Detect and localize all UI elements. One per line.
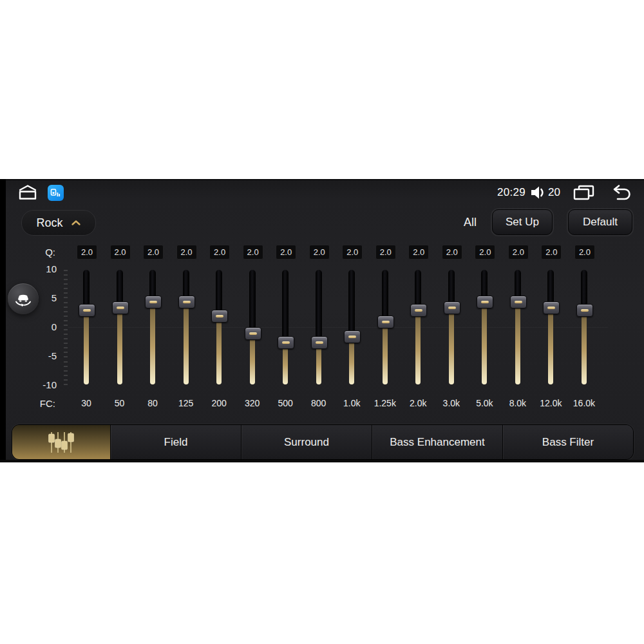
frequency-label: 80: [136, 398, 169, 408]
frequency-label: 12.0k: [534, 398, 567, 408]
slider-thumb[interactable]: [79, 304, 95, 317]
frequency-label: 125: [169, 398, 203, 408]
bottom-bezel: [0, 460, 644, 462]
home-icon[interactable]: [17, 184, 39, 201]
q-value[interactable]: 2.0: [413, 247, 424, 257]
q-value[interactable]: 2.0: [479, 247, 491, 257]
eq-band: 2.0 200: [202, 243, 236, 412]
slider-track-lower: [449, 307, 454, 385]
q-value[interactable]: 2.0: [545, 247, 557, 257]
eq-band: 2.0 125: [169, 243, 203, 412]
tab-bass-enhancement[interactable]: Bass Enhancement: [372, 425, 503, 459]
slider-thumb[interactable]: [211, 310, 228, 323]
slider-thumb[interactable]: [477, 296, 493, 308]
thumb-grip: [249, 332, 257, 335]
thumb-grip: [216, 315, 223, 317]
q-value[interactable]: 2.0: [380, 247, 392, 257]
eq-band: 2.0 16.0k: [567, 243, 601, 412]
q-value[interactable]: 2.0: [181, 247, 193, 257]
q-value[interactable]: 2.0: [446, 247, 458, 257]
slider-thumb[interactable]: [576, 304, 593, 317]
eq-band: 2.0 320: [236, 243, 269, 412]
car-surround-icon: [13, 289, 33, 309]
q-value[interactable]: 2.0: [513, 247, 524, 257]
thumb-grip: [83, 309, 91, 312]
q-value[interactable]: 2.0: [579, 247, 591, 257]
thumb-grip: [117, 307, 124, 309]
frequency-label: 1.25k: [368, 398, 402, 408]
frequency-label: 500: [269, 398, 302, 408]
equalizer-panel: Q: 10 5 0 -5 -10 FC: 2.0 30 2.0 50 2.0 8…: [0, 243, 644, 412]
slider-thumb[interactable]: [178, 296, 195, 308]
slider-thumb[interactable]: [311, 336, 328, 349]
sound-field-button[interactable]: [8, 283, 39, 314]
tab-equalizer[interactable]: [12, 425, 111, 459]
q-value[interactable]: 2.0: [81, 247, 93, 257]
slider-track-lower: [216, 316, 222, 384]
tab-bass-filter[interactable]: Bass Filter: [503, 425, 633, 459]
slider-track-lower: [482, 301, 487, 385]
slider-thumb[interactable]: [245, 327, 261, 340]
clock: 20:29: [497, 186, 526, 199]
frequency-label: 2.0k: [401, 398, 435, 408]
audio-app-icon[interactable]: [48, 185, 64, 201]
tab-surround[interactable]: Surround: [242, 425, 372, 459]
slider-thumb[interactable]: [112, 301, 129, 314]
recents-icon[interactable]: [572, 184, 595, 201]
slider-thumb[interactable]: [510, 296, 527, 308]
frequency-label: 800: [302, 398, 336, 408]
slider-track-lower: [150, 301, 155, 385]
q-value[interactable]: 2.0: [314, 247, 325, 257]
eq-band: 2.0 1.25k: [368, 243, 402, 412]
eq-band: 2.0 1.0k: [335, 243, 368, 412]
thumb-grip: [348, 336, 356, 338]
all-toggle[interactable]: All: [464, 216, 477, 229]
status-bar: 20:29 20: [0, 183, 644, 202]
thumb-grip: [183, 301, 191, 303]
eq-band: 2.0 800: [302, 243, 336, 412]
eq-band: 2.0 12.0k: [534, 243, 567, 412]
frequency-label: 50: [103, 398, 137, 408]
fc-row-label: FC:: [35, 398, 55, 409]
thumb-grip: [481, 301, 489, 303]
volume-icon: [530, 184, 545, 201]
slider-thumb[interactable]: [278, 336, 294, 349]
slider-track-lower: [250, 333, 255, 384]
slider-thumb[interactable]: [444, 301, 460, 314]
head-unit-screen: 20:29 20 Rock All Set Up: [0, 179, 644, 462]
slider-thumb[interactable]: [377, 316, 394, 328]
preset-dropdown[interactable]: Rock: [21, 210, 96, 236]
chevron-up-icon: [71, 220, 81, 226]
q-value[interactable]: 2.0: [346, 247, 358, 257]
default-button[interactable]: Default: [568, 209, 632, 235]
slider-track-lower: [548, 307, 553, 385]
slider-track-lower: [84, 310, 89, 384]
q-value[interactable]: 2.0: [147, 247, 159, 257]
q-value[interactable]: 2.0: [114, 247, 126, 257]
thumb-grip: [415, 309, 422, 312]
frequency-label: 5.0k: [468, 398, 501, 408]
slider-thumb[interactable]: [344, 330, 361, 343]
thumb-grip: [316, 341, 323, 344]
eq-band: 2.0 2.0k: [401, 243, 435, 412]
thumb-grip: [581, 309, 589, 312]
audio-app-glyph: [50, 187, 61, 198]
q-value[interactable]: 2.0: [247, 247, 259, 257]
slider-track-upper: [249, 270, 256, 333]
q-value[interactable]: 2.0: [214, 247, 225, 257]
frequency-label: 200: [202, 398, 236, 408]
slider-track-lower: [117, 307, 122, 385]
slider-thumb[interactable]: [543, 301, 560, 314]
q-value[interactable]: 2.0: [280, 247, 292, 257]
scale-tick-0: 0: [26, 321, 57, 333]
slider-thumb[interactable]: [410, 304, 427, 317]
slider-track-lower: [415, 310, 421, 384]
slider-thumb[interactable]: [145, 296, 162, 308]
frequency-label: 320: [236, 398, 269, 408]
slider-track-upper: [316, 270, 322, 342]
setup-button[interactable]: Set Up: [492, 209, 553, 235]
tab-field[interactable]: Field: [111, 425, 242, 459]
slider-track-upper: [348, 270, 355, 336]
scale-tick-neg5: -5: [26, 350, 57, 362]
back-icon[interactable]: [609, 184, 632, 201]
